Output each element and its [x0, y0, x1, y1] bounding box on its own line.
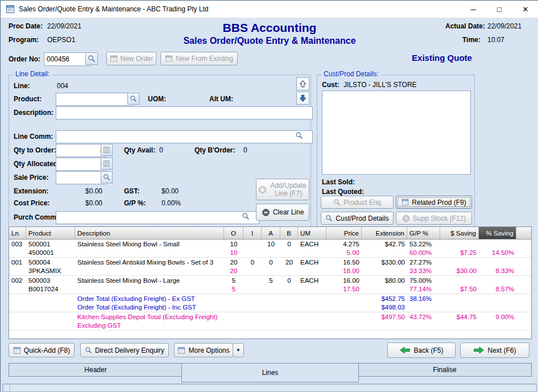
time-value: 10:07	[487, 36, 504, 44]
qty-to-order-label: Qty to Order:	[14, 146, 56, 154]
qty-allocated-calculator-button[interactable]	[101, 158, 113, 170]
line-down-button[interactable]	[296, 92, 309, 105]
column-header-b[interactable]: B	[280, 227, 298, 239]
direct-delivery-enquiry-button[interactable]: Direct Delivery Enquiry	[80, 343, 169, 357]
product-label: Product:	[14, 95, 42, 103]
order-no-label: Order No:	[9, 55, 40, 63]
column-header-o[interactable]: O	[224, 227, 243, 239]
column-header-dollar-saving[interactable]: $ Saving	[440, 227, 479, 239]
sale-price-search-button[interactable]	[101, 171, 113, 183]
actual-date-label: Actual Date:	[445, 22, 485, 30]
grid-icon	[177, 346, 185, 354]
column-header-price[interactable]: Price	[326, 227, 362, 239]
time-label: Time:	[462, 36, 481, 44]
question-circle-icon: ?	[402, 214, 410, 222]
clear-line-button[interactable]: Clear Line	[256, 204, 309, 221]
alt-um-label: Alt UM:	[209, 95, 233, 103]
column-header-gp[interactable]: G/P %	[407, 227, 440, 239]
order-lines-table: Ln Product Description O I A B UM Price …	[9, 226, 532, 339]
more-options-dropdown-button[interactable]: ▼	[233, 343, 244, 357]
table-header-row: Ln Product Description O I A B UM Price …	[9, 227, 531, 240]
sale-price-label: Sale Price:	[14, 174, 48, 181]
new-from-existing-button[interactable]: New From Existing	[160, 52, 238, 65]
line-comm-input[interactable]	[56, 130, 313, 143]
product-search-button[interactable]	[127, 93, 139, 105]
column-header-extension[interactable]: Extension	[362, 227, 407, 239]
cust-value: JILSTO - JILL'S STORE	[344, 81, 417, 89]
quick-add-button[interactable]: Quick-Add (F8)	[9, 343, 75, 357]
back-button[interactable]: Back (F5)	[387, 343, 456, 358]
related-prod-button[interactable]: Related Prod (F9)	[396, 196, 472, 209]
search-icon	[85, 346, 92, 354]
search-icon	[88, 55, 96, 63]
extension-value: $0.00	[85, 187, 102, 195]
order-no-input[interactable]	[44, 52, 92, 66]
close-icon: ✕	[523, 5, 529, 14]
cost-price-label: Cost Price:	[14, 199, 49, 207]
table-row[interactable]: 001 5000043PKASMIX Stainless Steel Antis…	[9, 258, 531, 276]
arrow-right-icon	[473, 346, 485, 354]
last-quoted-label: Last Quoted:	[322, 188, 364, 196]
purch-comm-label: Purch Comm:	[14, 213, 59, 221]
line-comm-label: Line Comm:	[14, 133, 53, 141]
maximize-button[interactable]: □	[486, 1, 512, 18]
description-label: Description:	[14, 109, 53, 117]
new-order-button[interactable]: New Order	[106, 52, 156, 65]
table-row[interactable]: 003 5000014500001 Stainless Steel Mixing…	[9, 240, 531, 258]
gp-percent-value: 0.00%	[162, 199, 181, 207]
tab-header[interactable]: Header	[9, 363, 183, 377]
minimize-button[interactable]: ─	[460, 1, 486, 18]
arrow-up-icon	[299, 80, 307, 88]
column-header-a[interactable]: A	[262, 227, 280, 239]
supp-stock-button[interactable]: ? Supp Stock (F12)	[396, 212, 472, 225]
column-header-ln[interactable]: Ln	[9, 227, 26, 239]
grid-icon	[13, 346, 21, 354]
titlebar: Sales Order/Quote Entry & Maintenance - …	[1, 1, 538, 18]
calculator-icon	[103, 160, 110, 167]
qty-to-order-calculator-button[interactable]	[101, 144, 113, 156]
more-options-button[interactable]: More Options	[174, 343, 233, 357]
qty-to-order-input[interactable]	[56, 144, 107, 157]
uom-label: UOM:	[148, 95, 166, 103]
search-icon	[130, 95, 137, 102]
line-value: 004	[57, 82, 68, 90]
gst-label: GST:	[124, 187, 139, 195]
column-header-um[interactable]: UM	[298, 227, 326, 239]
search-icon[interactable]	[295, 131, 303, 139]
qty-allocated-input[interactable]	[56, 158, 107, 171]
column-header-product[interactable]: Product	[26, 227, 75, 239]
line-label: Line:	[14, 82, 30, 90]
purch-comm-input[interactable]	[56, 211, 259, 224]
tab-finalise[interactable]: Finalise	[358, 363, 532, 377]
cust-prod-details-button[interactable]: Cust/Prod Details	[321, 212, 394, 225]
sale-price-input[interactable]	[56, 171, 107, 184]
form-icon	[110, 55, 118, 63]
tab-lines[interactable]: Lines	[181, 363, 359, 382]
line-up-button[interactable]	[296, 77, 309, 90]
qty-border-label: Qty B'Order:	[194, 146, 235, 154]
product-input[interactable]	[56, 93, 134, 106]
calculator-icon	[103, 146, 110, 154]
add-update-line-button[interactable]: Add/Update Line (F7)	[256, 179, 309, 200]
search-icon	[333, 199, 341, 206]
column-header-description[interactable]: Description	[75, 227, 224, 239]
close-button[interactable]: ✕	[512, 1, 538, 18]
qty-avail-value: 0	[159, 146, 163, 154]
search-icon[interactable]	[242, 212, 250, 220]
description-input[interactable]	[56, 106, 313, 119]
order-no-search-button[interactable]	[85, 52, 98, 65]
cost-price-value: $0.00	[85, 199, 102, 207]
product-enq-button[interactable]: Product Enq	[321, 196, 394, 209]
minimize-icon: ─	[470, 5, 475, 14]
next-button[interactable]: Next (F6)	[460, 343, 529, 358]
cust-prod-detail-panel	[322, 90, 471, 175]
column-header-percent-saving[interactable]: % Saving	[479, 227, 516, 239]
arrow-down-icon	[299, 94, 307, 102]
status-bar	[1, 382, 538, 392]
cust-prod-group: Cust/Prod Details: Cust: JILSTO - JILL'S…	[317, 75, 475, 227]
status-bar-divider	[10, 384, 10, 391]
table-row[interactable]: 002 500003B0017024 Stainless Steel Mixin…	[9, 276, 531, 294]
column-header-i[interactable]: I	[243, 227, 262, 239]
app-icon	[6, 5, 15, 14]
extension-label: Extension:	[14, 187, 48, 195]
